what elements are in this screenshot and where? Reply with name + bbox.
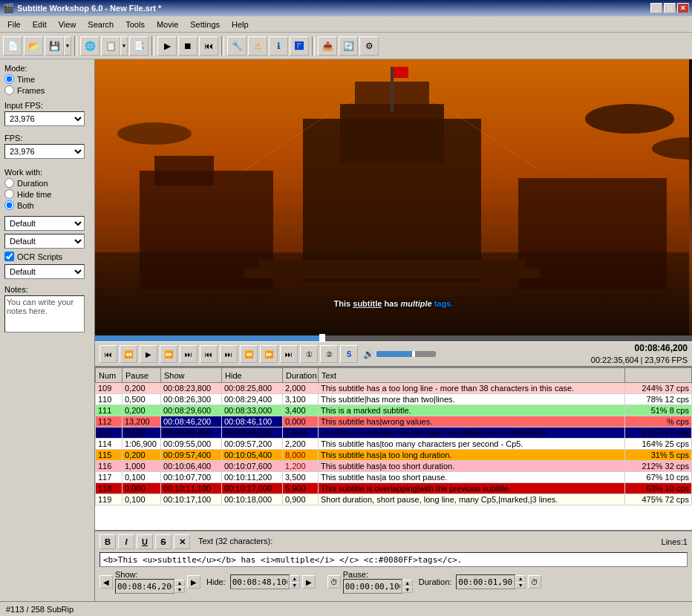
transport-mark-in[interactable]: ⏮ (200, 345, 218, 363)
save-dropdown[interactable]: ▼ (64, 36, 71, 56)
transport-next[interactable]: ⏩ (160, 345, 177, 363)
show-input[interactable] (115, 579, 174, 594)
info-button[interactable]: ℹ (269, 36, 288, 56)
fix-button[interactable]: 🔧 (227, 36, 247, 56)
dropdown3-select[interactable]: Default (4, 264, 85, 279)
transport-2[interactable]: ② (320, 345, 338, 363)
table-row[interactable]: 1161,00000:10:06,40000:10:07,6001,200Thi… (96, 461, 692, 472)
dropdown1-select[interactable]: Default (4, 216, 85, 231)
maximize-button[interactable]: □ (664, 3, 676, 13)
new-button[interactable]: 📄 (3, 36, 22, 56)
dropdown2-select[interactable]: Default (4, 234, 85, 249)
close-button[interactable]: ✕ (677, 3, 689, 13)
duration-spin-down[interactable]: ▼ (515, 582, 526, 589)
hide-input[interactable] (230, 574, 290, 589)
transport-prev[interactable]: ⏪ (120, 345, 137, 363)
stop-button[interactable]: ⏹ (178, 36, 198, 56)
spell-button[interactable]: 🅿 (290, 36, 309, 56)
underline-button[interactable]: U (137, 534, 153, 549)
work-duration-option[interactable]: Duration (4, 178, 90, 188)
translate-button[interactable]: 🌐 (80, 36, 99, 56)
menu-edit[interactable]: Edit (27, 19, 53, 30)
merge-button[interactable]: 📑 (129, 36, 148, 56)
italic-button[interactable]: I (118, 534, 134, 549)
transport-sub-prev[interactable]: ⏪ (240, 345, 258, 363)
prev-button[interactable]: ⏮ (199, 36, 218, 56)
show-spin-down[interactable]: ▼ (174, 586, 185, 593)
transport-s[interactable]: S (340, 345, 358, 363)
work-hide-radio[interactable] (4, 189, 14, 199)
pause-icon[interactable]: ⏱ (327, 575, 341, 589)
sync-button[interactable]: 🔄 (339, 36, 358, 56)
transport-jump-start[interactable]: ⏭ (280, 345, 298, 363)
table-row[interactable]: 1170,10000:10:07,70000:10:11,2003,500Thi… (96, 472, 692, 483)
show-prev-icon[interactable]: ◀ (99, 575, 113, 589)
transport-1[interactable]: ① (300, 345, 318, 363)
menu-search[interactable]: Search (82, 19, 120, 30)
table-row[interactable]: 1141:06,90000:09:55,00000:09:57,2002,200… (96, 439, 692, 450)
table-row[interactable]: 1180,00000:10:11,10000:10:17,0005,900Thi… (96, 483, 692, 494)
mode-time-option[interactable]: Time (4, 74, 90, 84)
save-button[interactable]: 💾 (45, 36, 64, 56)
open-button[interactable]: 📂 (24, 36, 43, 56)
col-header-num[interactable]: Num (96, 368, 123, 383)
pause-input[interactable] (343, 579, 402, 594)
hide-spin-up[interactable]: ▲ (290, 575, 300, 582)
table-row[interactable]: 1130,10000:08:46,20000:08:48,1001,900<b>… (96, 427, 692, 439)
work-both-radio[interactable] (4, 200, 14, 210)
subtitle-table-container[interactable]: Num Pause Show Hide Duration Text 1090,2… (95, 367, 692, 530)
transport-mark-out[interactable]: ⏭ (220, 345, 238, 363)
transport-rewind-start[interactable]: ⏮ (99, 345, 117, 363)
video-area[interactable]: This subtitle has multiple tags. (95, 59, 692, 341)
hide-next-icon[interactable]: ▶ (302, 575, 316, 589)
col-header-duration[interactable]: Duration (283, 368, 319, 383)
table-row[interactable]: 1110,20000:08:29,60000:08:33,0003,400Thi… (96, 405, 692, 416)
work-both-option[interactable]: Both (4, 200, 90, 210)
translate2-dropdown[interactable]: ▼ (120, 36, 128, 56)
menu-help[interactable]: Help (226, 19, 255, 30)
col-header-pause[interactable]: Pause (123, 368, 161, 383)
pause-spin-down[interactable]: ▼ (402, 586, 413, 593)
table-row[interactable]: 1150,20000:09:57,40000:10:05,4008,000Thi… (96, 450, 692, 461)
minimize-button[interactable]: _ (650, 3, 662, 13)
duration-input[interactable] (456, 574, 515, 589)
subtitle-text-input[interactable] (99, 552, 688, 567)
transport-forward-end[interactable]: ⏭ (180, 345, 198, 363)
col-header-hide[interactable]: Hide (222, 368, 283, 383)
pause-spin-up[interactable]: ▲ (402, 580, 413, 586)
bold-button[interactable]: B (99, 534, 116, 549)
warning-button[interactable]: ⚠ (248, 36, 267, 56)
work-hide-option[interactable]: Hide time (4, 189, 90, 199)
mode-frames-radio[interactable] (4, 85, 14, 95)
close-tag-button[interactable]: ✕ (174, 534, 190, 549)
table-row[interactable]: 1190,10000:10:17,10000:10:18,0000,900Sho… (96, 494, 692, 505)
volume-bar[interactable] (376, 351, 436, 357)
hide-spin-down[interactable]: ▼ (290, 582, 300, 589)
work-duration-radio[interactable] (4, 178, 14, 188)
settings-button[interactable]: ⚙ (359, 36, 379, 56)
input-fps-select[interactable]: 23,976 (4, 111, 85, 126)
col-header-text[interactable]: Text (319, 368, 625, 383)
video-progress-bar[interactable] (95, 335, 692, 341)
menu-settings[interactable]: Settings (184, 19, 226, 30)
show-next-icon[interactable]: ▶ (187, 575, 200, 589)
menu-movie[interactable]: Movie (151, 19, 184, 30)
col-header-cps[interactable] (625, 368, 692, 383)
ocr-scripts-option[interactable]: OCR Scripts (4, 252, 90, 261)
mode-time-radio[interactable] (4, 74, 14, 84)
mode-frames-option[interactable]: Frames (4, 85, 90, 95)
transport-play[interactable]: ▶ (140, 345, 157, 363)
transport-sub-next[interactable]: ⏩ (260, 345, 278, 363)
table-row[interactable]: 1090,20000:08:23,80000:08:25,8002,000Thi… (96, 383, 692, 394)
table-row[interactable]: 11213,20000:08:46,20000:08:46,1000,000Th… (96, 416, 692, 427)
translate2-button[interactable]: 📋 (101, 36, 120, 56)
col-header-show[interactable]: Show (161, 368, 222, 383)
table-row[interactable]: 1100,50000:08:26,30000:08:29,4003,100Thi… (96, 394, 692, 405)
play-button[interactable]: ▶ (157, 36, 177, 56)
export-button[interactable]: 📤 (318, 36, 337, 56)
show-spin-up[interactable]: ▲ (174, 580, 185, 586)
strikethrough-button[interactable]: S (155, 534, 172, 549)
fps-select[interactable]: 23,976 (4, 144, 85, 159)
menu-view[interactable]: View (53, 19, 82, 30)
ocr-scripts-checkbox[interactable] (4, 252, 14, 261)
